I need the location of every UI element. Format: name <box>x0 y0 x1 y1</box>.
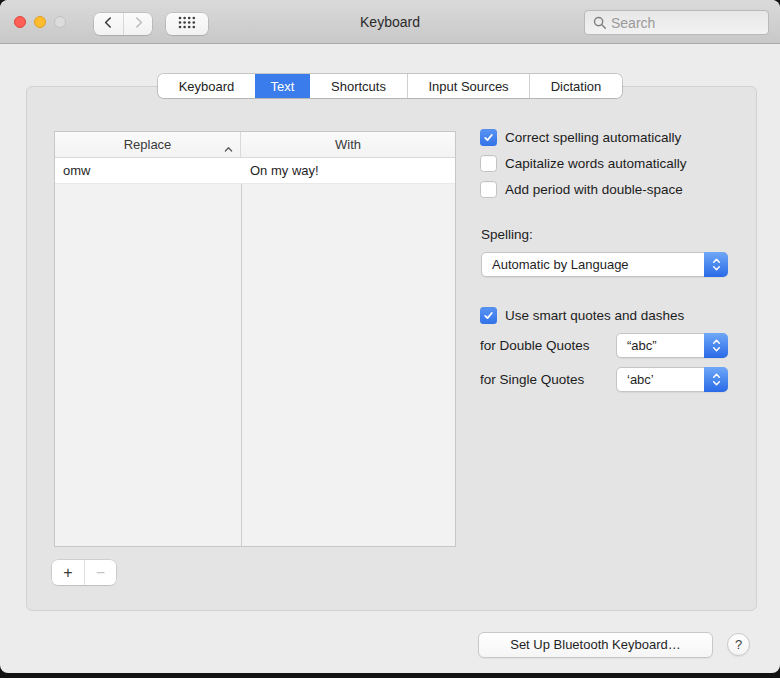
checkbox-row: Correct spelling automatically <box>480 129 681 146</box>
column-divider <box>241 158 242 546</box>
table-header: Replace With <box>55 132 455 158</box>
set-up-bluetooth-keyboard-button[interactable]: Set Up Bluetooth Keyboard… <box>478 632 713 658</box>
column-header-label: With <box>335 137 361 152</box>
search-field <box>584 10 769 35</box>
zoom-button-disabled <box>54 16 66 28</box>
grid-icon <box>178 15 196 33</box>
double-quotes-popup-value: “abc” <box>627 334 657 357</box>
titlebar: Keyboard <box>0 0 780 44</box>
checkbox-label: Use smart quotes and dashes <box>505 307 684 324</box>
smart-quotes-checkbox[interactable] <box>480 307 497 324</box>
back-button[interactable] <box>94 13 123 35</box>
checkmark-icon <box>483 132 494 143</box>
popup-stepper-icon <box>704 252 728 277</box>
checkbox-row: Use smart quotes and dashes <box>480 307 684 324</box>
checkbox-label: Add period with double-space <box>505 181 683 198</box>
checkbox-row: Capitalize words automatically <box>480 155 687 172</box>
help-button[interactable]: ? <box>727 633 750 656</box>
show-all-button[interactable] <box>166 13 208 35</box>
tab-dictation[interactable]: Dictation <box>529 74 622 98</box>
checkbox-row: Add period with double-space <box>480 181 683 198</box>
single-quotes-popup-value: ‘abc’ <box>627 368 654 391</box>
text-replacement-table[interactable]: Replace With omw On my way! <box>54 131 456 547</box>
popup-stepper-icon <box>704 367 728 392</box>
single-quotes-label: for Single Quotes <box>480 372 584 387</box>
capitalize-words-checkbox[interactable] <box>480 155 497 172</box>
add-button[interactable]: + <box>52 560 84 585</box>
remove-button[interactable]: − <box>84 560 116 585</box>
double-quotes-label: for Double Quotes <box>480 338 590 353</box>
checkbox-label: Capitalize words automatically <box>505 155 687 172</box>
tab-input-sources[interactable]: Input Sources <box>407 74 529 98</box>
spelling-popup[interactable]: Automatic by Language <box>481 252 728 277</box>
double-quotes-popup[interactable]: “abc” <box>616 333 728 358</box>
cell-with[interactable]: On my way! <box>241 158 455 183</box>
table-action-buttons: + − <box>52 560 116 585</box>
spelling-popup-value: Automatic by Language <box>492 253 629 276</box>
preferences-window: Keyboard <box>0 0 780 673</box>
tab-shortcuts[interactable]: Shortcuts <box>310 74 407 98</box>
correct-spelling-checkbox[interactable] <box>480 129 497 146</box>
sort-ascending-icon <box>224 141 233 156</box>
spelling-label: Spelling: <box>481 227 533 242</box>
chevron-left-icon <box>102 15 115 33</box>
popup-stepper-icon <box>704 333 728 358</box>
nav-button-group <box>94 13 152 35</box>
cell-replace[interactable]: omw <box>55 158 241 183</box>
minimize-button[interactable] <box>34 16 46 28</box>
column-header-with[interactable]: With <box>241 132 455 157</box>
search-input[interactable] <box>611 12 763 33</box>
add-period-checkbox[interactable] <box>480 181 497 198</box>
tab-text[interactable]: Text <box>255 74 310 98</box>
tab-keyboard[interactable]: Keyboard <box>158 74 255 98</box>
checkmark-icon <box>483 310 494 321</box>
forward-button[interactable] <box>123 13 152 35</box>
checkbox-label: Correct spelling automatically <box>505 129 681 146</box>
chevron-right-icon <box>132 15 145 33</box>
table-row[interactable]: omw On my way! <box>55 158 455 184</box>
close-button[interactable] <box>14 16 26 28</box>
column-header-label: Replace <box>124 137 172 152</box>
single-quotes-popup[interactable]: ‘abc’ <box>616 367 728 392</box>
column-header-replace[interactable]: Replace <box>55 132 241 157</box>
tab-bar: Keyboard Text Shortcuts Input Sources Di… <box>158 74 622 98</box>
